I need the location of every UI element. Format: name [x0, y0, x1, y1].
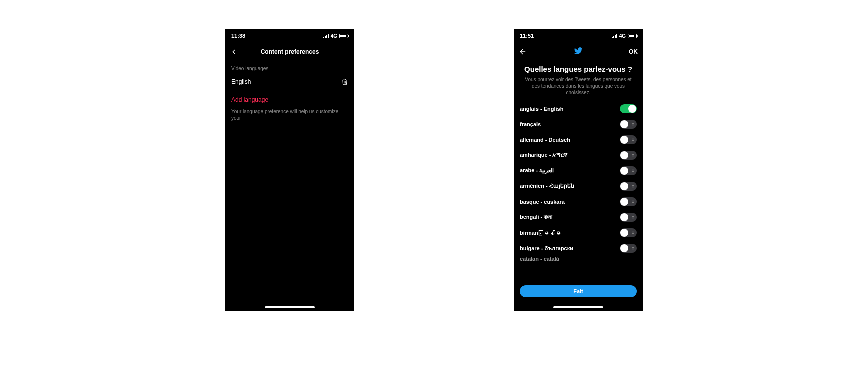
language-item: amharique - አማርኛ [520, 147, 637, 163]
language-item: birman - မြန်မာ [520, 225, 637, 240]
heading: Quelles langues parlez-vous ? [514, 61, 643, 76]
subheading: Vous pourrez voir des Tweets, des person… [514, 76, 643, 101]
signal-icon [323, 34, 329, 38]
language-toggle[interactable] [620, 213, 637, 222]
status-bar: 11:38 4G [225, 29, 354, 43]
nav-header: OK [514, 43, 643, 61]
phone-twitter: 11:51 4G OK Quelles langues parlez-vous … [514, 29, 643, 311]
network-label: 4G [619, 33, 626, 39]
language-toggle[interactable] [620, 104, 637, 113]
language-label: catalan - català [520, 256, 559, 262]
status-time: 11:51 [520, 33, 534, 39]
trash-icon[interactable] [341, 78, 348, 85]
page-title: Content preferences [261, 48, 319, 55]
language-label: amharique - አማርኛ [520, 152, 568, 158]
language-row: English [225, 74, 354, 89]
signal-icon [612, 34, 617, 38]
back-button[interactable] [230, 48, 237, 55]
language-item: bulgare - български [520, 240, 637, 256]
back-button[interactable] [519, 48, 527, 56]
twitter-logo-icon [574, 46, 583, 57]
language-toggle[interactable] [620, 135, 637, 144]
status-bar: 11:51 4G [514, 29, 643, 43]
language-toggle[interactable] [620, 120, 637, 129]
language-label: birman - မြန်မာ [520, 230, 561, 236]
language-toggle[interactable] [620, 197, 637, 206]
language-label: allemand - Deutsch [520, 137, 570, 143]
status-right: 4G [612, 33, 637, 39]
language-label: anglais - English [520, 106, 563, 112]
battery-icon [339, 34, 348, 38]
language-label: arménien - Հայերեն [520, 183, 574, 189]
network-label: 4G [331, 33, 337, 39]
ok-button[interactable]: OK [629, 48, 638, 55]
phone-tiktok: 11:38 4G Content preferences Video langu… [225, 29, 354, 311]
language-label: basque - euskara [520, 199, 565, 205]
language-item: allemand - Deutsch [520, 132, 637, 147]
language-item: bengali - বাংলা [520, 209, 637, 225]
language-label: français [520, 121, 541, 127]
language-item: anglais - English [520, 101, 637, 116]
language-label: bengali - বাংলা [520, 214, 552, 220]
language-item: arabe - العربية [520, 163, 637, 178]
language-item: arménien - Հայերեն [520, 178, 637, 194]
language-toggle[interactable] [620, 182, 637, 191]
language-item: basque - euskara [520, 194, 637, 209]
home-indicator[interactable] [265, 306, 315, 308]
language-label: bulgare - български [520, 245, 573, 251]
language-item: catalan - català [520, 256, 637, 264]
language-toggle[interactable] [620, 228, 637, 237]
nav-header: Content preferences [225, 43, 354, 61]
language-label: English [231, 78, 251, 85]
done-button[interactable]: Fait [520, 285, 637, 297]
language-toggle[interactable] [620, 151, 637, 160]
helper-text: Your language preference will help us cu… [225, 106, 354, 123]
section-label: Video languages [225, 61, 354, 74]
language-item: français [520, 116, 637, 132]
home-indicator[interactable] [553, 306, 603, 308]
status-right: 4G [323, 33, 348, 39]
language-toggle[interactable] [620, 166, 637, 175]
add-language-button[interactable]: Add language [225, 89, 354, 106]
battery-icon [628, 34, 637, 38]
status-time: 11:38 [231, 33, 245, 39]
language-list[interactable]: anglais - Englishfrançaisallemand - Deut… [514, 101, 643, 282]
language-label: arabe - العربية [520, 167, 554, 174]
language-toggle[interactable] [620, 244, 637, 253]
